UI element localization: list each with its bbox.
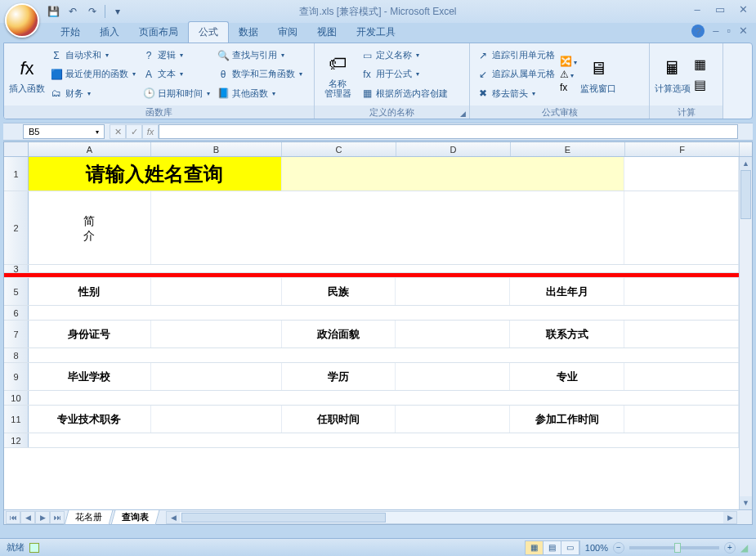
row-header[interactable]: 2	[4, 191, 29, 264]
cell[interactable]	[624, 363, 739, 390]
close-button[interactable]: ✕	[735, 3, 751, 16]
col-header-f[interactable]: F	[625, 142, 740, 156]
zoom-slider[interactable]	[629, 546, 719, 549]
help-icon[interactable]: ?	[691, 25, 705, 38]
logical-button[interactable]: ?逻辑	[141, 48, 212, 63]
scroll-thumb[interactable]	[181, 513, 386, 522]
cell[interactable]: 学历	[282, 363, 396, 390]
math-trig-button[interactable]: θ数学和三角函数	[215, 67, 304, 82]
row-header[interactable]: 3	[4, 265, 29, 272]
view-page-break-icon[interactable]: ▭	[561, 541, 579, 554]
row-header[interactable]: 1	[4, 157, 29, 191]
date-time-button[interactable]: 🕒日期和时间	[141, 86, 212, 101]
row-header[interactable]: 10	[4, 391, 29, 405]
calculation-options-button[interactable]: 🖩 计算选项	[655, 46, 691, 103]
create-from-selection-button[interactable]: ▦根据所选内容创建	[359, 86, 450, 101]
scroll-down-icon[interactable]: ▼	[740, 496, 752, 509]
cell[interactable]: 参加工作时间	[510, 406, 624, 433]
cell[interactable]	[29, 391, 739, 405]
fx-button[interactable]: fx	[142, 124, 159, 139]
maximize-button[interactable]: ▭	[712, 3, 728, 16]
row-header[interactable]: 5	[4, 278, 29, 305]
tab-formulas[interactable]: 公式	[188, 21, 229, 43]
col-header-d[interactable]: D	[396, 142, 511, 156]
formula-input[interactable]	[159, 124, 738, 139]
cell[interactable]: 出生年月	[510, 278, 624, 305]
cell[interactable]	[29, 348, 739, 362]
cell[interactable]	[151, 406, 282, 433]
tab-developer[interactable]: 开发工具	[347, 22, 405, 43]
cell[interactable]: 身份证号	[29, 321, 151, 348]
enter-formula-icon[interactable]: ✓	[126, 124, 142, 139]
recent-functions-button[interactable]: 🟦最近使用的函数	[48, 67, 137, 82]
row-header[interactable]: 6	[4, 306, 29, 320]
tab-insert[interactable]: 插入	[90, 22, 129, 43]
sheet-tab-roster[interactable]: 花名册	[65, 510, 114, 525]
row-header[interactable]: 7	[4, 321, 29, 348]
name-manager-button[interactable]: 🏷 名称 管理器	[320, 46, 356, 103]
sheet-nav-prev-icon[interactable]: ◀	[20, 511, 35, 524]
row-header[interactable]: 11	[4, 406, 29, 433]
cell[interactable]	[151, 278, 282, 305]
cell[interactable]	[624, 157, 739, 191]
financial-button[interactable]: 🗂财务	[48, 86, 137, 101]
zoom-slider-thumb[interactable]	[674, 543, 681, 553]
cell[interactable]	[29, 306, 739, 320]
minimize-button[interactable]: –	[689, 3, 705, 16]
insert-function-button[interactable]: fx 插入函数	[9, 46, 45, 103]
col-header-e[interactable]: E	[511, 142, 625, 156]
qat-dropdown-icon[interactable]: ▾	[110, 4, 125, 19]
evaluate-icon[interactable]: fx	[560, 82, 577, 93]
col-header-a[interactable]: A	[29, 142, 151, 156]
ribbon-close-icon[interactable]: ✕	[739, 25, 748, 38]
calc-sheet-icon[interactable]: ▤	[694, 77, 706, 92]
name-box[interactable]: B5▾	[23, 124, 105, 139]
more-functions-button[interactable]: 📘其他函数	[215, 86, 304, 101]
cell[interactable]	[151, 321, 282, 348]
cell[interactable]	[396, 321, 510, 348]
tab-data[interactable]: 数据	[229, 22, 268, 43]
zoom-level[interactable]: 100%	[585, 543, 608, 553]
error-check-icon[interactable]: ⚠	[560, 69, 577, 80]
use-in-formula-button[interactable]: fx用于公式	[359, 67, 450, 82]
trace-dependents-button[interactable]: ↙追踪从属单元格	[475, 67, 557, 82]
cell[interactable]	[624, 191, 739, 264]
view-normal-icon[interactable]: ▦	[526, 541, 544, 554]
text-button[interactable]: A文本	[141, 67, 212, 82]
view-page-layout-icon[interactable]: ▤	[544, 541, 561, 554]
cell[interactable]	[282, 157, 625, 191]
cell[interactable]	[396, 363, 510, 390]
col-header-c[interactable]: C	[282, 142, 396, 156]
zoom-out-button[interactable]: −	[613, 542, 624, 554]
cell[interactable]	[624, 321, 739, 348]
sheet-nav-first-icon[interactable]: ⏮	[6, 511, 20, 524]
sheet-nav-next-icon[interactable]: ▶	[35, 511, 50, 524]
cell[interactable]	[151, 191, 624, 264]
cell[interactable]: 任职时间	[282, 406, 396, 433]
cell[interactable]: 性别	[29, 278, 151, 305]
cell[interactable]	[624, 278, 739, 305]
cell[interactable]	[151, 363, 282, 390]
cancel-formula-icon[interactable]: ✕	[110, 124, 126, 139]
cell[interactable]: 毕业学校	[29, 363, 151, 390]
undo-icon[interactable]: ↶	[65, 4, 80, 19]
office-button[interactable]	[5, 3, 39, 38]
cell[interactable]	[396, 278, 510, 305]
show-formulas-icon[interactable]: 🔀	[560, 56, 577, 67]
tab-page-layout[interactable]: 页面布局	[129, 22, 188, 43]
cell[interactable]: 联系方式	[510, 321, 624, 348]
scroll-left-icon[interactable]: ◀	[167, 512, 180, 523]
banner-cell[interactable]: 请输入姓名查询	[29, 157, 282, 191]
trace-precedents-button[interactable]: ↗追踪引用单元格	[475, 48, 557, 63]
vertical-scrollbar[interactable]: ▲ ▼	[739, 157, 752, 509]
cell[interactable]	[624, 406, 739, 433]
row-header[interactable]: 8	[4, 348, 29, 362]
cell[interactable]: 专业技术职务	[29, 406, 151, 433]
remove-arrows-button[interactable]: ✖移去箭头	[475, 86, 557, 101]
sheet-tab-query[interactable]: 查询表	[111, 510, 160, 525]
watch-window-button[interactable]: 🖥 监视窗口	[580, 46, 616, 103]
profile-label-cell[interactable]: 简 介	[29, 191, 151, 264]
autosum-button[interactable]: Σ自动求和	[48, 48, 137, 63]
cell[interactable]: 专业	[510, 363, 624, 390]
redo-icon[interactable]: ↷	[85, 4, 100, 19]
